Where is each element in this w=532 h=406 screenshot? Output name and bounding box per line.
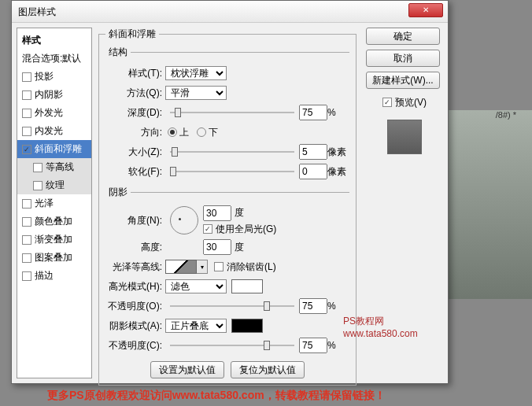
checkbox-icon[interactable] [22,271,31,281]
technique-select[interactable]: 平滑 [165,86,227,100]
antialias-checkbox[interactable] [214,262,224,271]
make-default-button[interactable]: 设置为默认值 [150,361,224,378]
document-tab-fragment: /8#) * [496,110,516,120]
shadow-opacity-label: 不透明度(C): [105,339,165,352]
altitude-input[interactable] [203,239,231,255]
angle-picker[interactable] [170,206,198,234]
highlight-color-swatch[interactable] [231,279,263,293]
checkbox-icon[interactable] [22,253,31,263]
bevel-group-title: 斜面和浮雕 [105,28,159,41]
sidebar-item-texture[interactable]: 纹理 [17,176,91,194]
reset-default-button[interactable]: 复位为默认值 [231,361,305,378]
cancel-button[interactable]: 取消 [366,50,440,67]
shading-title: 阴影 [105,186,131,199]
sidebar-item-inner-glow[interactable]: 内发光 [17,122,91,140]
shadow-mode-select[interactable]: 正片叠底 [165,319,227,333]
checkbox-icon[interactable] [22,72,31,82]
bottom-banner: 更多PS原创教程欢迎访问www.tata580.com，转载教程请保留链接！ [47,389,386,403]
highlight-opacity-input[interactable] [299,298,327,314]
soften-input[interactable] [299,164,327,179]
altitude-label: 高度: [105,241,165,254]
watermark: PS教程网 www.tata580.com [343,315,418,339]
sidebar-item-outer-glow[interactable]: 外发光 [17,104,91,122]
main-panel: 斜面和浮雕 结构 样式(T):枕状浮雕 方法(Q):平滑 深度(D):% 方向:… [92,28,363,378]
depth-slider[interactable] [170,107,294,118]
dialog-titlebar[interactable]: 图层样式 ✕ [12,1,448,23]
sidebar-item-color-overlay[interactable]: 颜色叠加 [17,212,91,231]
style-select[interactable]: 枕状浮雕 [165,66,227,80]
sidebar-item-pattern-overlay[interactable]: 图案叠加 [17,249,91,267]
bevel-group: 斜面和浮雕 结构 样式(T):枕状浮雕 方法(Q):平滑 深度(D):% 方向:… [98,28,357,386]
close-button[interactable]: ✕ [408,3,443,17]
highlight-opacity-slider[interactable] [170,301,294,312]
checkbox-icon[interactable] [22,127,31,136]
styles-sidebar: 样式 混合选项:默认 投影 内阴影 外发光 内发光 斜面和浮雕 等高线 纹理 光… [17,28,92,378]
sidebar-item-contour[interactable]: 等高线 [17,158,91,176]
sidebar-item-gradient-overlay[interactable]: 渐变叠加 [17,231,91,249]
shadow-opacity-slider[interactable] [170,340,294,351]
angle-label: 角度(N): [105,214,165,227]
direction-down-radio[interactable] [197,127,206,137]
background-tank-image [445,110,532,299]
highlight-mode-select[interactable]: 滤色 [165,279,227,293]
highlight-mode-label: 高光模式(H): [105,280,165,293]
sidebar-item-inner-shadow[interactable]: 内阴影 [17,86,91,104]
sidebar-item-satin[interactable]: 光泽 [17,194,91,212]
new-style-button[interactable]: 新建样式(W)... [366,72,440,89]
gloss-label: 光泽等高线: [105,260,165,274]
dialog-title: 图层样式 [18,6,56,17]
technique-label: 方法(Q): [105,87,165,100]
checkbox-icon[interactable] [22,145,31,154]
checkbox-icon[interactable] [33,163,42,172]
depth-label: 深度(D): [105,106,165,120]
checkbox-icon[interactable] [22,217,31,227]
checkbox-icon[interactable] [33,181,42,190]
checkbox-icon[interactable] [22,199,31,209]
ok-button[interactable]: 确定 [366,28,440,45]
sidebar-blend-options[interactable]: 混合选项:默认 [17,50,91,68]
direction-up-radio[interactable] [168,127,177,137]
global-light-checkbox[interactable] [203,224,212,234]
highlight-opacity-label: 不透明度(O): [105,300,165,313]
shadow-color-swatch[interactable] [231,319,263,333]
chevron-down-icon[interactable]: ▾ [197,260,208,274]
direction-label: 方向: [105,126,165,139]
sidebar-item-bevel-emboss[interactable]: 斜面和浮雕 [17,140,91,158]
preview-swatch [387,120,422,154]
checkbox-icon[interactable] [22,109,31,118]
soften-slider[interactable] [170,166,294,177]
size-input[interactable] [299,144,327,160]
depth-input[interactable] [299,105,327,120]
size-slider[interactable] [170,146,294,157]
size-label: 大小(Z): [105,146,165,159]
structure-title: 结构 [105,46,131,59]
sidebar-item-stroke[interactable]: 描边 [17,267,91,285]
angle-input[interactable] [203,205,231,221]
soften-label: 软化(F): [105,165,165,179]
checkbox-icon[interactable] [22,90,31,100]
shadow-opacity-input[interactable] [299,338,327,353]
sidebar-header[interactable]: 样式 [17,31,91,50]
checkbox-icon[interactable] [22,235,31,245]
gloss-contour-picker[interactable] [165,260,197,274]
sidebar-item-drop-shadow[interactable]: 投影 [17,68,91,86]
shadow-mode-label: 阴影模式(A): [105,319,165,333]
style-label: 样式(T): [105,67,165,80]
preview-checkbox[interactable] [382,98,392,107]
